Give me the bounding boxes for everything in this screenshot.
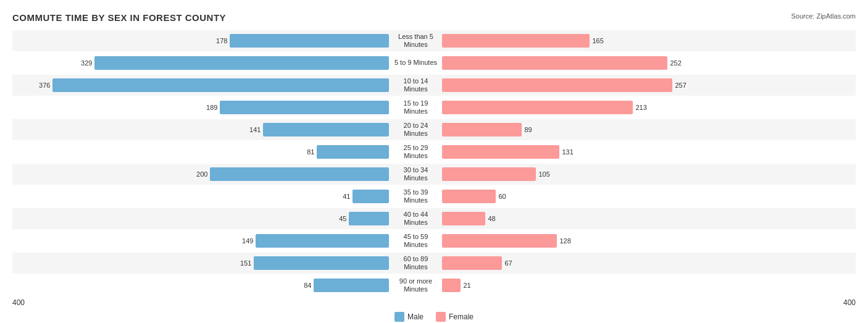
- male-section: 376: [12, 75, 389, 96]
- female-value: 21: [463, 282, 470, 289]
- table-row: 178Less than 5 Minutes165: [12, 30, 856, 51]
- female-value: 67: [504, 259, 512, 267]
- female-section: 257: [442, 75, 856, 96]
- female-bar: [442, 34, 590, 48]
- table-row: 4540 to 44 Minutes48: [12, 208, 856, 229]
- female-value: 131: [562, 148, 573, 156]
- female-section: 131: [442, 141, 856, 162]
- female-value: 213: [635, 104, 646, 111]
- row-label: 25 to 29 Minutes: [389, 144, 442, 160]
- male-value: 178: [216, 37, 227, 44]
- male-value: 41: [343, 193, 350, 200]
- axis-right: 400: [843, 298, 856, 307]
- male-section: 41: [12, 186, 389, 207]
- female-section: 21: [442, 275, 856, 296]
- female-value: 128: [559, 237, 570, 245]
- male-value: 149: [242, 237, 253, 245]
- table-row: 18915 to 19 Minutes213: [12, 97, 856, 118]
- male-bar: [353, 190, 389, 203]
- male-value: 200: [196, 170, 207, 178]
- table-row: 14120 to 24 Minutes89: [12, 119, 856, 140]
- row-label: 10 to 14 Minutes: [389, 77, 442, 93]
- legend-female-box: [436, 312, 446, 322]
- table-row: 20030 to 34 Minutes105: [12, 164, 856, 185]
- female-bar: [442, 167, 536, 181]
- female-bar: [442, 78, 672, 92]
- male-bar: [230, 34, 389, 48]
- male-bar: [263, 123, 389, 136]
- female-bar: [442, 256, 502, 270]
- row-label: 15 to 19 Minutes: [389, 99, 442, 115]
- female-value: 48: [488, 215, 495, 222]
- row-label: Less than 5 Minutes: [389, 33, 442, 49]
- female-bar: [442, 123, 522, 136]
- legend-female-label: Female: [449, 313, 474, 321]
- female-bar: [442, 234, 557, 248]
- male-section: 84: [12, 275, 389, 296]
- legend-male-box: [394, 312, 404, 322]
- male-value: 45: [339, 215, 346, 222]
- female-section: 165: [442, 30, 856, 51]
- source-label: Source: ZipAtlas.com: [791, 12, 856, 20]
- bars-area: 178Less than 5 Minutes1653295 to 9 Minut…: [12, 30, 856, 296]
- table-row: 8125 to 29 Minutes131: [12, 141, 856, 162]
- male-value: 84: [304, 282, 311, 289]
- male-section: 81: [12, 141, 389, 162]
- male-section: 149: [12, 230, 389, 251]
- female-section: 89: [442, 119, 856, 140]
- female-bar: [442, 145, 559, 159]
- female-section: 213: [442, 97, 856, 118]
- female-section: 105: [442, 164, 856, 185]
- male-value: 329: [81, 59, 92, 67]
- male-value: 189: [206, 104, 217, 111]
- row-label: 60 to 89 Minutes: [389, 255, 442, 271]
- female-section: 128: [442, 230, 856, 251]
- male-bar: [349, 212, 389, 225]
- row-label: 35 to 39 Minutes: [389, 188, 442, 204]
- female-section: 60: [442, 186, 856, 207]
- male-value: 151: [240, 259, 251, 267]
- male-section: 189: [12, 97, 389, 118]
- female-bar: [442, 212, 485, 225]
- table-row: 37610 to 14 Minutes257: [12, 75, 856, 96]
- table-row: 3295 to 9 Minutes252: [12, 52, 856, 73]
- male-value: 376: [39, 82, 50, 89]
- female-value: 252: [670, 59, 681, 67]
- female-bar: [442, 56, 667, 70]
- male-bar: [220, 101, 389, 114]
- table-row: 14945 to 59 Minutes128: [12, 230, 856, 251]
- legend-male: Male: [394, 312, 424, 322]
- male-bar: [210, 167, 389, 181]
- row-label: 90 or more Minutes: [389, 277, 442, 293]
- male-bar: [254, 256, 389, 270]
- axis-labels: 400 400: [12, 298, 856, 307]
- male-section: 329: [12, 52, 389, 73]
- female-value: 257: [675, 82, 686, 89]
- row-label: 5 to 9 Minutes: [389, 59, 442, 67]
- legend-male-label: Male: [407, 313, 424, 321]
- table-row: 8490 or more Minutes21: [12, 275, 856, 296]
- male-section: 45: [12, 208, 389, 229]
- legend: Male Female: [12, 312, 856, 322]
- female-bar: [442, 190, 496, 203]
- male-bar: [52, 78, 389, 92]
- female-value: 165: [592, 37, 603, 44]
- male-value: 141: [249, 126, 261, 133]
- row-label: 45 to 59 Minutes: [389, 233, 442, 249]
- male-value: 81: [307, 148, 314, 156]
- row-label: 40 to 44 Minutes: [389, 211, 442, 227]
- female-value: 89: [524, 126, 532, 133]
- table-row: 15160 to 89 Minutes67: [12, 253, 856, 274]
- female-bar: [442, 101, 633, 114]
- male-bar: [94, 56, 389, 70]
- male-section: 178: [12, 30, 389, 51]
- table-row: 4135 to 39 Minutes60: [12, 186, 856, 207]
- female-section: 67: [442, 253, 856, 274]
- female-bar: [442, 279, 461, 292]
- chart-title: COMMUTE TIME BY SEX IN FOREST COUNTY: [12, 12, 856, 23]
- female-section: 48: [442, 208, 856, 229]
- row-label: 30 to 34 Minutes: [389, 166, 442, 182]
- male-section: 141: [12, 119, 389, 140]
- legend-female: Female: [436, 312, 474, 322]
- chart-container: COMMUTE TIME BY SEX IN FOREST COUNTY Sou…: [0, 0, 868, 323]
